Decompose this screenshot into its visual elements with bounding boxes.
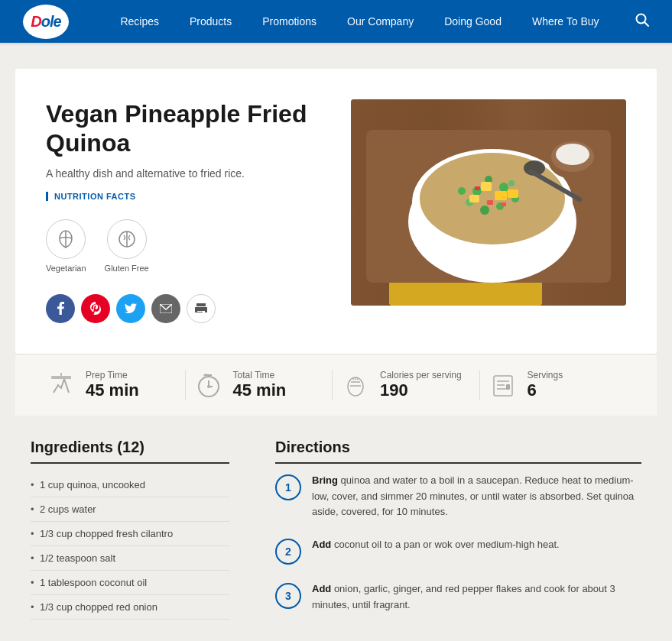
nav-item-doing-good[interactable]: Doing Good <box>429 0 517 43</box>
svg-point-20 <box>480 206 489 215</box>
nav-item-where-to-buy[interactable]: Where To Buy <box>517 0 615 43</box>
recipe-card: Vegan Pineapple Fried Quinoa A healthy d… <box>15 69 657 354</box>
calories-icon <box>340 370 371 400</box>
navigation: Dole Recipes Products Promotions Our Com… <box>0 0 672 46</box>
ingredient-list: 1 cup quinoa, uncooked 2 cups water 1/3 … <box>31 473 229 620</box>
logo[interactable]: Dole <box>23 5 69 39</box>
total-time-label: Total Time <box>233 370 287 380</box>
servings-text: Servings 6 <box>528 370 563 400</box>
content-section: Ingredients (12) 1 cup quinoa, uncooked … <box>15 416 657 641</box>
total-time-value: 45 min <box>233 380 287 400</box>
svg-line-48 <box>357 378 359 380</box>
servings-icon <box>488 370 518 400</box>
nav-item-products[interactable]: Products <box>174 0 247 43</box>
social-icons <box>46 294 320 323</box>
total-time-text: Total Time 45 min <box>233 370 287 400</box>
total-time-icon <box>193 370 224 400</box>
calories-value: 190 <box>380 380 462 400</box>
print-button[interactable] <box>187 294 216 323</box>
step-bold-2: Add <box>312 539 331 550</box>
nav-item-recipes[interactable]: Recipes <box>105 0 174 43</box>
prep-time-label: Prep Time <box>86 370 139 380</box>
direction-step-2: 2 Add coconut oil to a pan or wok over m… <box>275 537 641 565</box>
recipe-subtitle: A healthy dish and alternative to fried … <box>46 167 320 180</box>
search-icon[interactable] <box>635 13 649 31</box>
step-bold-1: Bring <box>312 474 338 486</box>
svg-rect-30 <box>501 202 506 206</box>
svg-point-35 <box>556 144 589 165</box>
facebook-button[interactable] <box>46 294 75 323</box>
list-item: 1 tablespoon coconut oil <box>31 571 229 595</box>
prep-time-text: Prep Time 45 min <box>86 370 139 400</box>
diet-icons: Vegetarian Gluten Free <box>46 219 320 273</box>
svg-rect-27 <box>508 189 518 198</box>
svg-point-22 <box>508 180 515 186</box>
svg-rect-7 <box>197 312 203 312</box>
svg-rect-26 <box>469 195 479 202</box>
gluten-free-label: Gluten Free <box>105 264 149 273</box>
svg-rect-36 <box>51 376 71 379</box>
nav-item-our-company[interactable]: Our Company <box>332 0 429 43</box>
ingredients-column: Ingredients (12) 1 cup quinoa, uncooked … <box>31 439 229 630</box>
recipe-image <box>351 99 626 306</box>
recipe-info: Vegan Pineapple Fried Quinoa A healthy d… <box>46 99 320 323</box>
step-text-2: Add coconut oil to a pan or wok over med… <box>312 537 560 553</box>
calories-label: Calories per serving <box>380 370 462 380</box>
svg-rect-29 <box>475 186 480 190</box>
list-item: 1/2 teaspoon salt <box>31 546 229 571</box>
step-number-1: 1 <box>275 474 301 500</box>
page-wrapper: Vegan Pineapple Fried Quinoa A healthy d… <box>0 46 672 641</box>
svg-point-42 <box>207 385 210 388</box>
svg-point-17 <box>499 183 508 192</box>
step-text-3: Add onion, garlic, ginger, and red peppe… <box>312 581 641 613</box>
stat-servings: Servings 6 <box>480 370 627 400</box>
stat-prep-time: Prep Time 45 min <box>46 370 186 400</box>
gluten-free-icon <box>107 219 147 259</box>
servings-label: Servings <box>528 370 563 380</box>
diet-gluten-free: Gluten Free <box>105 219 149 273</box>
svg-rect-24 <box>481 182 492 191</box>
list-item: 1/3 cup chopped red onion <box>31 595 229 620</box>
svg-line-47 <box>352 378 354 380</box>
nutrition-link[interactable]: NUTRITION FACTS <box>46 192 136 201</box>
stat-calories: Calories per serving 190 <box>333 370 480 400</box>
directions-column: Directions 1 Bring quinoa and water to a… <box>275 439 641 630</box>
recipe-title: Vegan Pineapple Fried Quinoa <box>46 99 320 158</box>
svg-rect-28 <box>487 200 493 205</box>
prep-time-icon <box>46 370 76 400</box>
email-button[interactable] <box>151 294 180 323</box>
direction-step-3: 3 Add onion, garlic, ginger, and red pep… <box>275 581 641 613</box>
servings-value: 6 <box>528 380 563 400</box>
svg-rect-5 <box>196 303 206 306</box>
step-text-1: Bring quinoa and water to a boil in a sa… <box>312 473 641 520</box>
svg-point-43 <box>348 377 363 396</box>
twitter-button[interactable] <box>116 294 145 323</box>
vegetarian-label: Vegetarian <box>46 264 86 273</box>
nav-links: Recipes Products Promotions Our Company … <box>92 0 628 43</box>
calories-text: Calories per serving 190 <box>380 370 462 400</box>
list-item: 1 cup quinoa, uncooked <box>31 473 229 497</box>
step-number-3: 3 <box>275 583 301 609</box>
ingredients-title: Ingredients (12) <box>31 439 229 464</box>
svg-rect-6 <box>197 310 205 311</box>
list-item: 1/3 cup chopped fresh cilantro <box>31 522 229 546</box>
svg-rect-53 <box>506 384 510 390</box>
stats-bar: Prep Time 45 min Total Time 45 min <box>15 354 657 416</box>
step-number-2: 2 <box>275 539 301 565</box>
diet-vegetarian: Vegetarian <box>46 219 86 273</box>
svg-rect-25 <box>495 191 507 200</box>
nav-item-promotions[interactable]: Promotions <box>247 0 332 43</box>
pinterest-button[interactable] <box>81 294 110 323</box>
stat-total-time: Total Time 45 min <box>186 370 333 400</box>
list-item: 2 cups water <box>31 497 229 522</box>
directions-title: Directions <box>275 439 641 464</box>
direction-step-1: 1 Bring quinoa and water to a boil in a … <box>275 473 641 520</box>
svg-line-1 <box>644 22 648 26</box>
svg-point-23 <box>458 187 466 195</box>
step-bold-3: Add <box>312 583 331 594</box>
vegetarian-icon <box>46 219 86 259</box>
prep-time-value: 45 min <box>86 380 139 400</box>
